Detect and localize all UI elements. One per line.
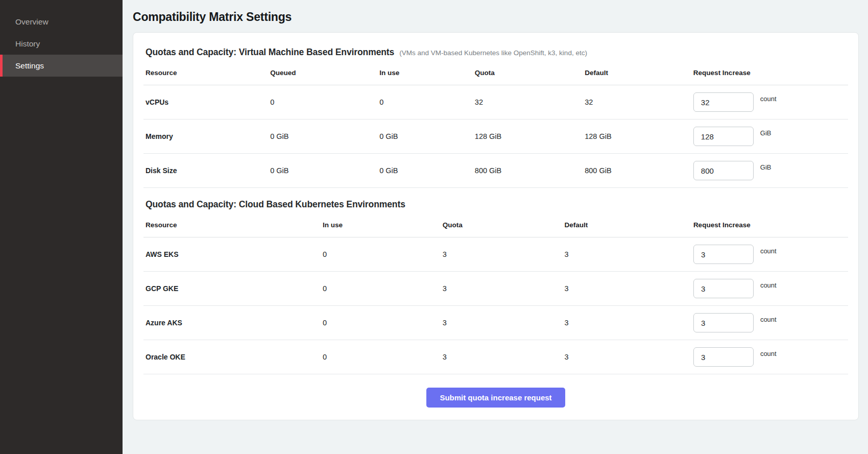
column-header: Request Increase [693, 69, 846, 77]
request-increase-cell: count [693, 313, 846, 332]
default-value: 3 [564, 319, 693, 327]
resource-name: AWS EKS [146, 250, 323, 258]
quotas-card: Quotas and Capacity: Virtual Machine Bas… [133, 32, 859, 420]
vm_section-header-row: ResourceQueuedIn useQuotaDefaultRequest … [143, 66, 848, 85]
vm-section-title: Quotas and Capacity: Virtual Machine Bas… [146, 47, 394, 58]
sidebar: OverviewHistorySettings [0, 0, 123, 454]
quota-value: 32 [475, 98, 585, 106]
request-increase-cell: GiB [693, 127, 846, 146]
quota-value: 3 [443, 250, 565, 258]
in-use-value: 0 [323, 353, 443, 361]
k8s_section-header-row: ResourceIn useQuotaDefaultRequest Increa… [143, 218, 848, 237]
queued-value: 0 [270, 98, 379, 106]
request-increase-input[interactable] [693, 127, 754, 146]
quota-value: 3 [443, 284, 565, 293]
vm-section-subtitle: (VMs and VM-based Kubernetes like OpenSh… [399, 49, 587, 57]
unit-label: count [760, 350, 777, 357]
page-title: Compatibility Matrix Settings [133, 10, 859, 24]
k8s_section-body: AWS EKS033countGCP GKE033countAzure AKS0… [143, 237, 848, 374]
request-increase-cell: count [693, 279, 846, 298]
request-increase-cell: count [693, 92, 846, 112]
sidebar-nav: OverviewHistorySettings [0, 11, 123, 77]
column-header: In use [323, 221, 443, 229]
default-value: 32 [585, 98, 693, 106]
request-increase-cell: GiB [693, 161, 846, 180]
resource-name: Azure AKS [146, 319, 323, 327]
request-increase-cell: count [693, 245, 846, 264]
unit-label: count [760, 316, 777, 323]
request-increase-input[interactable] [693, 245, 754, 264]
column-header: Request Increase [693, 221, 846, 229]
queued-value: 0 GiB [270, 132, 379, 140]
request-increase-input[interactable] [693, 279, 754, 298]
unit-label: count [760, 281, 777, 289]
table-row: Disk Size0 GiB0 GiB800 GiB800 GiBGiB [143, 154, 848, 188]
column-header: Queued [270, 69, 379, 77]
unit-label: GiB [760, 129, 771, 137]
default-value: 3 [564, 250, 693, 258]
in-use-value: 0 [379, 98, 475, 106]
quota-value: 3 [443, 319, 565, 327]
quota-value: 3 [443, 353, 565, 361]
column-header: In use [379, 69, 475, 77]
request-increase-input[interactable] [693, 313, 754, 332]
submit-quota-increase-button[interactable]: Submit quota increase request [426, 388, 565, 408]
table-row: GCP GKE033count [143, 272, 848, 306]
request-increase-cell: count [693, 347, 846, 367]
sidebar-item-settings[interactable]: Settings [0, 55, 123, 77]
resource-name: GCP GKE [146, 284, 323, 293]
resource-name: Disk Size [146, 166, 270, 175]
column-header: Resource [146, 221, 323, 229]
table-row: vCPUs003232count [143, 85, 848, 120]
table-row: Memory0 GiB0 GiB128 GiB128 GiBGiB [143, 120, 848, 154]
in-use-value: 0 [323, 319, 443, 327]
queued-value: 0 GiB [270, 166, 379, 175]
column-header: Quota [475, 69, 585, 77]
unit-label: count [760, 95, 777, 103]
k8s-section-title: Quotas and Capacity: Cloud Based Kuberne… [146, 199, 405, 210]
in-use-value: 0 [323, 250, 443, 258]
resource-name: Memory [146, 132, 270, 140]
default-value: 3 [564, 353, 693, 361]
in-use-value: 0 GiB [379, 166, 475, 175]
default-value: 3 [564, 284, 693, 293]
default-value: 128 GiB [585, 132, 693, 140]
request-increase-input[interactable] [693, 161, 754, 180]
k8s-section-heading: Quotas and Capacity: Cloud Based Kuberne… [143, 188, 848, 218]
main-content: Compatibility Matrix Settings Quotas and… [123, 0, 868, 454]
in-use-value: 0 [323, 284, 443, 293]
table-row: Oracle OKE033count [143, 340, 848, 374]
column-header: Default [585, 69, 693, 77]
default-value: 800 GiB [585, 166, 693, 175]
vm_section-body: vCPUs003232countMemory0 GiB0 GiB128 GiB1… [143, 85, 848, 188]
unit-label: count [760, 247, 777, 255]
quota-value: 800 GiB [475, 166, 585, 175]
sidebar-item-overview[interactable]: Overview [0, 11, 123, 33]
column-header: Resource [146, 69, 270, 77]
in-use-value: 0 GiB [379, 132, 475, 140]
unit-label: GiB [760, 163, 771, 171]
vm-section-heading: Quotas and Capacity: Virtual Machine Bas… [143, 36, 848, 66]
table-row: Azure AKS033count [143, 306, 848, 340]
table-row: AWS EKS033count [143, 237, 848, 272]
column-header: Default [564, 221, 693, 229]
request-increase-input[interactable] [693, 92, 754, 112]
quota-value: 128 GiB [475, 132, 585, 140]
resource-name: Oracle OKE [146, 353, 323, 361]
sidebar-item-history[interactable]: History [0, 33, 123, 55]
resource-name: vCPUs [146, 98, 270, 106]
column-header: Quota [443, 221, 565, 229]
card-footer: Submit quota increase request [143, 374, 848, 413]
request-increase-input[interactable] [693, 347, 754, 367]
